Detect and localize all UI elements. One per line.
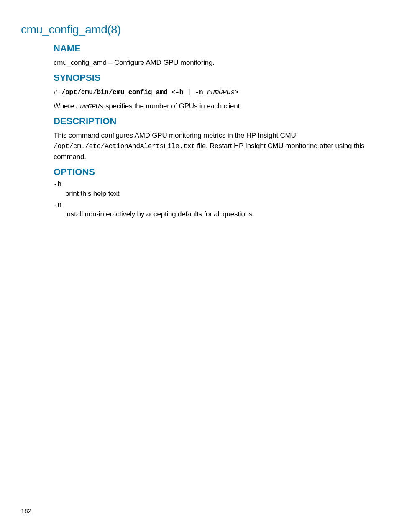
space bbox=[203, 89, 207, 96]
page-title: cmu_config_amd(8) bbox=[21, 23, 378, 36]
page-number: 182 bbox=[21, 507, 31, 514]
option-description: print this help text bbox=[65, 188, 378, 199]
where-prefix: Where bbox=[54, 102, 76, 110]
content-area: NAME cmu_config_amd – Configure AMD GPU … bbox=[54, 43, 378, 220]
option-description: install non-interactively by accepting d… bbox=[65, 209, 378, 220]
name-text: cmu_config_amd – Configure AMD GPU monit… bbox=[54, 57, 378, 68]
where-param: numGPUs bbox=[76, 103, 104, 111]
param-numgpus: numGPUs bbox=[207, 89, 235, 96]
flag-n: -n bbox=[195, 89, 203, 96]
where-suffix: specifies the number of GPUs in each cli… bbox=[103, 102, 241, 110]
synopsis-command-line: # /opt/cmu/bin/cmu_config_amd <-h | -n n… bbox=[54, 87, 378, 98]
description-text: This command configures AMD GPU monitori… bbox=[54, 130, 378, 162]
arg-bracket-open: < bbox=[168, 89, 176, 96]
arg-bracket-close: > bbox=[235, 89, 238, 96]
flag-h: -h bbox=[175, 89, 183, 96]
command-path: /opt/cmu/bin/cmu_config_amd bbox=[61, 89, 168, 96]
section-heading-options: OPTIONS bbox=[54, 167, 378, 177]
section-heading-description: DESCRIPTION bbox=[54, 116, 378, 127]
prompt-symbol: # bbox=[54, 89, 61, 96]
option-flag: -h bbox=[54, 181, 378, 188]
section-heading-synopsis: SYNOPSIS bbox=[54, 72, 378, 83]
desc-text-1: This command configures AMD GPU monitori… bbox=[54, 131, 296, 139]
option-flag: -n bbox=[54, 201, 378, 209]
section-heading-name: NAME bbox=[54, 43, 378, 54]
synopsis-where-text: Where numGPUs specifies the number of GP… bbox=[54, 101, 378, 112]
desc-path: /opt/cmu/etc/ActionAndAlertsFile.txt bbox=[54, 143, 195, 150]
pipe-separator: | bbox=[183, 89, 195, 96]
